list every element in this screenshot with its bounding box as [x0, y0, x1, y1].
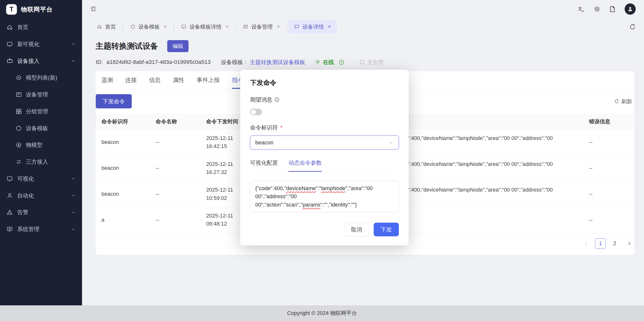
sidebar-item-label: 自动化: [17, 192, 34, 199]
command-identifier-select[interactable]: beacon: [250, 136, 399, 149]
cell-name: --: [150, 129, 200, 155]
close-icon[interactable]: ×: [328, 24, 331, 29]
device-id-label: ID:: [96, 59, 103, 65]
device-id-value: a1824d92-8abf-a317-483a-019995c0a513: [106, 59, 210, 65]
sidebar-item-device-template[interactable]: 设备模板: [0, 120, 82, 137]
chevron-down-icon: [71, 210, 76, 215]
tab-separator: [287, 23, 288, 30]
tab-device-management[interactable]: 设备管理 ×: [237, 20, 286, 33]
target-icon: [16, 75, 22, 81]
tab-label: 设备详情: [302, 23, 324, 30]
sidebar-item-new-visualization[interactable]: 新可视化: [0, 36, 82, 53]
rings-icon: [16, 142, 22, 148]
modal-tab-dynamic-params[interactable]: 动态命令参数: [288, 159, 322, 172]
cell-identifier: beacon: [96, 181, 150, 207]
send-command-button[interactable]: 下发命令: [96, 94, 132, 108]
edit-button[interactable]: 编辑: [167, 40, 188, 52]
pagination-next-button[interactable]: [624, 238, 635, 249]
cell-identifier: beacon: [96, 129, 150, 155]
user-avatar[interactable]: [625, 3, 636, 14]
close-icon[interactable]: ×: [277, 24, 280, 29]
document-icon[interactable]: [609, 6, 616, 13]
chevron-down-icon: [388, 140, 394, 145]
sidebar-item-system-management[interactable]: 系统管理: [0, 221, 82, 238]
screen-icon: [6, 176, 13, 182]
sidebar: T 物联网平台 首页 新可视化 设备接入 模型列表(新) 设备管理 分组管理: [0, 0, 82, 305]
user-icon: [627, 6, 633, 12]
expect-message-toggle[interactable]: [250, 109, 262, 115]
close-icon[interactable]: ×: [226, 24, 229, 29]
col-error-info: 错误信息: [583, 114, 635, 129]
command-identifier-row: 命令标识符 *: [250, 124, 399, 131]
sidebar-item-label: 模型列表(新): [26, 74, 57, 81]
detail-tab-attributes[interactable]: 属性: [173, 71, 184, 89]
copyright-text: Copyright © 2024 物联网平台: [287, 310, 357, 317]
cancel-button[interactable]: 取消: [344, 223, 369, 236]
language-icon[interactable]: [578, 6, 585, 13]
sidebar-item-model-list[interactable]: 模型列表(新): [0, 69, 82, 86]
sidebar-item-device-management[interactable]: 设备管理: [0, 86, 82, 103]
detail-tab-connection[interactable]: 连接: [125, 71, 137, 89]
sidebar-item-group-management[interactable]: 分组管理: [0, 103, 82, 120]
chevron-down-icon: [71, 42, 76, 46]
pagination-page-1[interactable]: 1: [595, 238, 606, 249]
command-payload-input[interactable]: {"code":400,"deviceName":"lampNode","are…: [250, 181, 399, 212]
no-alarm-badge: 无告警: [359, 58, 384, 66]
refresh-icon[interactable]: [629, 23, 636, 30]
footer: Copyright © 2024 物联网平台: [0, 305, 644, 321]
close-icon[interactable]: ×: [164, 24, 167, 29]
screen-icon: [6, 41, 13, 47]
tab-label: 设备模板: [138, 23, 160, 30]
info-icon[interactable]: [274, 97, 280, 102]
theme-sun-icon[interactable]: [594, 6, 601, 13]
expect-message-label: 期望消息: [250, 96, 272, 103]
device-meta: ID: a1824d92-8abf-a317-483a-019995c0a513…: [96, 58, 635, 66]
top-actions: [578, 3, 636, 14]
submit-button[interactable]: 下发: [374, 223, 399, 236]
history-clock-icon[interactable]: [338, 59, 344, 65]
cell-name: --: [150, 155, 200, 181]
app-title: 物联网平台: [21, 5, 53, 13]
detail-tab-telemetry[interactable]: 遥测: [101, 71, 113, 89]
device-access-icon: [6, 58, 13, 64]
refresh-button[interactable]: 刷新: [614, 98, 634, 105]
sidebar-item-device-access[interactable]: 设备接入: [0, 53, 82, 69]
sidebar-collapse-button[interactable]: [90, 6, 96, 12]
sidebar-item-alarm[interactable]: 告警: [0, 204, 82, 221]
tab-home[interactable]: 首页: [91, 20, 122, 33]
swap-icon: [16, 159, 22, 165]
top-bar: [82, 0, 644, 18]
detail-tab-info[interactable]: 信息: [149, 71, 161, 89]
refresh-icon: [614, 99, 619, 104]
device-template-link[interactable]: 主题转换测试设备模板: [250, 58, 305, 66]
page-title: 主题转换测试设备: [96, 41, 158, 51]
modal-tab-visual-config[interactable]: 可视化配置: [250, 159, 278, 172]
panel-icon: [16, 91, 22, 98]
cell-error: --: [583, 181, 635, 207]
online-status-label: 在线: [323, 58, 334, 66]
pagination-prev-button[interactable]: [581, 238, 592, 249]
sidebar-item-third-party[interactable]: 三方接入: [0, 153, 82, 170]
sidebar-item-label: 物模型: [26, 141, 42, 149]
sidebar-item-home[interactable]: 首页: [0, 19, 82, 36]
cell-name: --: [150, 207, 200, 233]
pagination-page-2[interactable]: 2: [610, 238, 620, 249]
sidebar-item-label: 设备接入: [17, 57, 40, 65]
app-logo: T 物联网平台: [0, 0, 82, 19]
sidebar-item-label: 可视化: [17, 175, 34, 183]
col-command-identifier: 命令标识符: [96, 114, 150, 129]
tab-device-template[interactable]: 设备模板 ×: [124, 20, 173, 33]
tab-separator: [123, 23, 123, 30]
person-icon: [6, 193, 13, 199]
sidebar-item-label: 新可视化: [17, 40, 40, 48]
wifi-icon: [315, 59, 321, 65]
hexagon-icon: [16, 125, 22, 131]
sidebar-item-automation[interactable]: 自动化: [0, 187, 82, 204]
cell-error: --: [583, 207, 635, 233]
sidebar-item-thing-model[interactable]: 物模型: [0, 137, 82, 154]
sidebar-item-visualization[interactable]: 可视化: [0, 170, 82, 187]
detail-tab-event-report[interactable]: 事件上报: [197, 71, 220, 89]
tab-device-template-detail[interactable]: 设备模板详情 ×: [176, 20, 234, 33]
tab-device-detail[interactable]: 设备详情 ×: [288, 20, 337, 33]
bell-icon: [359, 59, 365, 65]
